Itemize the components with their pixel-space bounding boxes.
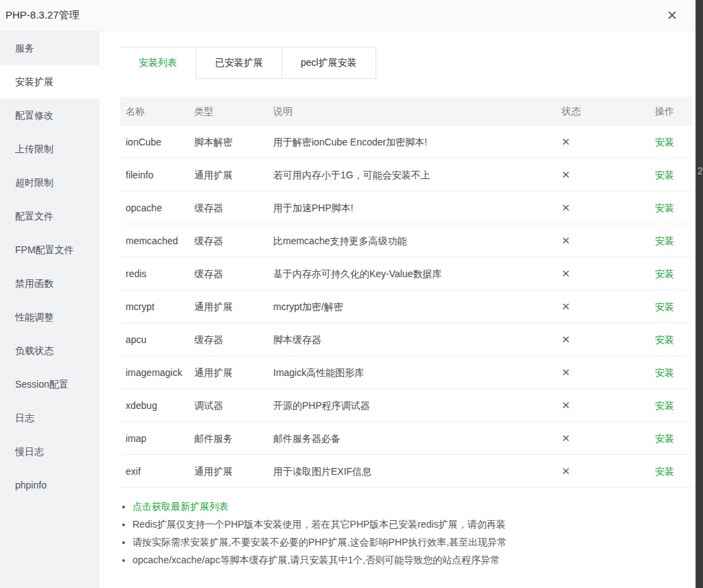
install-button[interactable]: 安装 [655, 400, 674, 411]
sidebar-item[interactable]: 配置文件 [0, 200, 100, 233]
not-installed-icon: ✕ [562, 366, 571, 378]
sidebar-item[interactable]: 服务 [0, 32, 100, 65]
extension-type: 通用扩展 [194, 464, 273, 478]
sidebar-item[interactable]: 禁用函数 [0, 267, 100, 301]
extension-name: memcached [120, 234, 194, 248]
extension-type: 通用扩展 [194, 168, 273, 182]
install-button[interactable]: 安装 [655, 433, 674, 444]
extension-type: 缓存器 [194, 201, 273, 215]
extension-description: mcrypt加密/解密 [273, 300, 562, 314]
tab[interactable]: 已安装扩展 [196, 47, 282, 79]
column-header-desc: 说明 [273, 104, 562, 118]
column-header-status: 状态 [562, 104, 633, 118]
php-manage-dialog: PHP-8.3.27管理 ✕ 服务 安装扩展 配置修改 上传限制 超时限制 配置… [0, 0, 695, 588]
install-button[interactable]: 安装 [655, 169, 674, 180]
sidebar-item-label: FPM配置文件 [15, 244, 74, 255]
sidebar-item-label: 性能调整 [15, 311, 54, 322]
sidebar-item-label: 超时限制 [15, 177, 54, 188]
table-row: memcached 缓存器 比memcache支持更多高级功能 ✕ 安装 [120, 224, 692, 257]
sidebar-item-label: 慢日志 [15, 446, 44, 457]
extension-type: 调试器 [194, 399, 273, 412]
note-item: 请按实际需求安装扩展,不要安装不必要的PHP扩展,这会影响PHP执行效率,甚至出… [132, 533, 695, 551]
extension-type: 邮件服务 [194, 432, 273, 445]
sidebar-item[interactable]: 安装扩展 [0, 65, 100, 99]
install-button[interactable]: 安装 [655, 466, 674, 477]
table-body: ionCube 脚本解密 用于解密ionCube Encoder加密脚本! ✕ … [120, 126, 692, 488]
column-header-type: 类型 [194, 104, 273, 118]
sidebar-item[interactable]: FPM配置文件 [0, 233, 100, 267]
tab[interactable]: 安装列表 [120, 47, 196, 79]
sidebar-item[interactable]: Session配置 [0, 368, 100, 401]
extension-table: 名称 类型 说明 状态 操作 ionCube 脚本解密 用于解密ionCube … [120, 97, 692, 488]
sidebar-item-label: Session配置 [15, 379, 69, 390]
install-button[interactable]: 安装 [655, 268, 674, 279]
install-button[interactable]: 安装 [655, 235, 674, 246]
note-item: Redis扩展仅支持一个PHP版本安装使用，若在其它PHP版本已安装redis扩… [132, 515, 695, 533]
extension-name: opcache [120, 201, 194, 215]
extension-description: 若可用内存小于1G，可能会安装不上 [273, 168, 562, 182]
not-installed-icon: ✕ [562, 333, 571, 345]
extension-description: 用于读取图片EXIF信息 [273, 464, 562, 478]
notes-list: 点击获取最新扩展列表 Redis扩展仅支持一个PHP版本安装使用，若在其它PHP… [132, 497, 695, 569]
sidebar-item[interactable]: 负载状态 [0, 334, 100, 368]
extension-name: ionCube [120, 135, 194, 149]
install-button[interactable]: 安装 [655, 202, 674, 213]
sidebar-item-label: 上传限制 [15, 143, 54, 154]
not-installed-icon: ✕ [562, 465, 571, 477]
note-text[interactable]: 点击获取最新扩展列表 [132, 501, 229, 512]
extension-description: 开源的PHP程序调试器 [273, 399, 562, 412]
not-installed-icon: ✕ [562, 301, 571, 312]
table-row: mcrypt 通用扩展 mcrypt加密/解密 ✕ 安装 [120, 290, 692, 323]
sidebar-item-label: 配置修改 [15, 110, 54, 121]
tab[interactable]: pecl扩展安装 [282, 47, 376, 79]
extension-description: 邮件服务器必备 [273, 432, 562, 445]
not-installed-icon: ✕ [562, 235, 571, 246]
sidebar-item-label: 负载状态 [15, 345, 54, 356]
extension-name: imagemagick [120, 366, 194, 379]
page-behind-modal: 2 [695, 0, 703, 588]
tab-label: 安装列表 [139, 57, 177, 68]
close-icon[interactable]: ✕ [667, 9, 678, 22]
install-button[interactable]: 安装 [655, 301, 674, 312]
table-row: imap 邮件服务 邮件服务器必备 ✕ 安装 [120, 422, 692, 455]
table-header-row: 名称 类型 说明 状态 操作 [120, 97, 692, 126]
sidebar-item[interactable]: phpinfo [0, 469, 100, 502]
note-text: Redis扩展仅支持一个PHP版本安装使用，若在其它PHP版本已安装redis扩… [132, 519, 506, 530]
sidebar-item-label: 禁用函数 [15, 278, 54, 289]
sidebar-item-label: 安装扩展 [15, 76, 54, 87]
extension-type: 缓存器 [194, 234, 273, 248]
tab-label: pecl扩展安装 [301, 57, 357, 68]
extension-name: fileinfo [120, 168, 194, 182]
extension-type: 通用扩展 [194, 300, 273, 314]
not-installed-icon: ✕ [562, 169, 571, 180]
install-button[interactable]: 安装 [655, 367, 674, 378]
sidebar-item[interactable]: 性能调整 [0, 301, 100, 334]
not-installed-icon: ✕ [562, 432, 571, 444]
column-header-action: 操作 [633, 104, 692, 118]
not-installed-icon: ✕ [562, 136, 571, 148]
sidebar-item[interactable]: 日志 [0, 401, 100, 435]
note-text: 请按实际需求安装扩展,不要安装不必要的PHP扩展,这会影响PHP执行效率,甚至出… [132, 537, 507, 548]
dialog-title: PHP-8.3.27管理 [5, 9, 80, 22]
extension-type: 缓存器 [194, 267, 273, 281]
table-row: redis 缓存器 基于内存亦可持久化的Key-Value数据库 ✕ 安装 [120, 257, 692, 290]
not-installed-icon: ✕ [562, 268, 571, 279]
table-row: exif 通用扩展 用于读取图片EXIF信息 ✕ 安装 [120, 455, 692, 488]
sidebar-item-label: 服务 [15, 43, 34, 54]
extension-description: 脚本缓存器 [273, 333, 562, 346]
sidebar-item-label: 配置文件 [15, 211, 54, 222]
tab-bar: 安装列表 已安装扩展 pecl扩展安装 [120, 47, 376, 79]
extension-name: mcrypt [120, 300, 194, 314]
sidebar-item[interactable]: 上传限制 [0, 132, 100, 166]
sidebar-item[interactable]: 慢日志 [0, 435, 100, 469]
install-button[interactable]: 安装 [655, 334, 674, 345]
table-row: apcu 缓存器 脚本缓存器 ✕ 安装 [120, 323, 692, 356]
sidebar-item[interactable]: 超时限制 [0, 166, 100, 200]
sidebar: 服务 安装扩展 配置修改 上传限制 超时限制 配置文件 FPM配置文件 禁用函数… [0, 32, 100, 588]
table-row: imagemagick 通用扩展 Imagick高性能图形库 ✕ 安装 [120, 356, 692, 389]
extension-type: 通用扩展 [194, 366, 273, 379]
sidebar-item[interactable]: 配置修改 [0, 99, 100, 132]
dialog-titlebar: PHP-8.3.27管理 ✕ [0, 0, 695, 32]
install-button[interactable]: 安装 [655, 137, 674, 148]
table-row: xdebug 调试器 开源的PHP程序调试器 ✕ 安装 [120, 389, 692, 422]
